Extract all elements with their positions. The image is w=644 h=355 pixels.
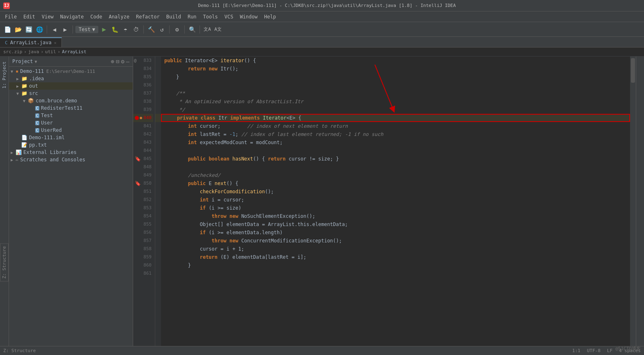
code-editor[interactable]: public Iterator<E> iterator () { return … [161, 57, 630, 346]
line-848: 848 [133, 163, 153, 171]
app-icon: IJ [3, 2, 10, 9]
menu-navigate[interactable]: Navigate [57, 13, 87, 20]
locate-file-button[interactable]: ⊕ [111, 58, 114, 65]
breadcrumb-srczip[interactable]: src.zip [3, 49, 22, 54]
expand-arrow-out: ▶ [16, 84, 21, 88]
java-icon-rt: C [35, 106, 39, 111]
chevron-down-icon: ▼ [92, 27, 95, 32]
tree-label-extlibs: External Libraries [23, 149, 77, 155]
code-line-856: if (i >= elementData.length) [161, 228, 630, 237]
breadcrumb-java[interactable]: java [28, 49, 39, 54]
menu-vcs[interactable]: VCS [221, 13, 237, 20]
close-panel-button[interactable]: — [126, 58, 129, 65]
right-sidebar [636, 57, 644, 346]
tree-item-extlibs[interactable]: ▶ 📊 External Libraries [9, 149, 133, 156]
expand-arrow-idea: ▶ [16, 77, 21, 81]
tree-item-userred[interactable]: C UserRed [9, 127, 133, 134]
tree-item-idea[interactable]: ▶ 📁 .idea [9, 75, 133, 82]
z-structure-label[interactable]: Z: Structure [0, 243, 9, 281]
profile-button[interactable]: ⏱ [131, 25, 141, 34]
tree-item-src[interactable]: ▼ 📁 src [9, 90, 133, 97]
rebuild-button[interactable]: ↺ [157, 25, 167, 34]
separator1 [47, 25, 47, 34]
code-line-861 [161, 269, 630, 278]
separator5 [184, 25, 185, 34]
tree-item-package[interactable]: ▼ 📦 com.bruce.demo [9, 97, 133, 104]
code-line-839: */ [161, 106, 630, 114]
new-file-button[interactable]: 📄 [2, 25, 12, 34]
menu-tools[interactable]: Tools [200, 13, 221, 20]
sync-button[interactable]: 🔄 [24, 25, 34, 34]
code-line-858: cursor = i + 1; [161, 245, 630, 253]
settings-button[interactable]: ⚙ [172, 25, 182, 34]
open-button[interactable]: 📂 [13, 25, 23, 34]
line-854: 854 [133, 212, 153, 220]
menu-refactor[interactable]: Refactor [133, 13, 163, 20]
status-z-structure[interactable]: Z: Structure [3, 348, 36, 353]
settings-button[interactable]: ⚙ [121, 58, 124, 65]
tree-item-iml[interactable]: 📄 Demo-111.iml [9, 134, 133, 141]
line-845: 🔖 845 [133, 155, 153, 163]
sidebar-tab-project[interactable]: 1: Project [1, 58, 8, 92]
folder-icon-idea: 📁 [21, 76, 27, 81]
separator4 [169, 25, 170, 34]
debug-button[interactable]: 🐛 [110, 25, 120, 34]
menu-run[interactable]: Run [184, 13, 200, 20]
tree-label-iml: Demo-111.iml [29, 135, 65, 140]
bookmark-icon-845: 🔖 [135, 155, 141, 163]
tree-item-out[interactable]: ▶ 📁 out [9, 82, 133, 90]
menu-code[interactable]: Code [87, 13, 106, 20]
menu-view[interactable]: View [39, 13, 57, 20]
scrollbar[interactable] [630, 57, 636, 346]
coverage-button[interactable]: ☂ [120, 25, 130, 34]
tree-item-pptxt[interactable]: 📝 pp.txt [9, 141, 133, 149]
line-837: 837 [133, 89, 153, 97]
collapse-all-button[interactable]: ⊟ [116, 58, 119, 65]
menu-build[interactable]: Build [163, 13, 184, 20]
run-button[interactable]: ▶ [99, 25, 109, 34]
tree-label-scratches: Scratches and Consoles [20, 157, 85, 163]
tab-arraylist[interactable]: C ArrayList.java ✕ [0, 37, 62, 47]
line-860: 860 [133, 261, 153, 269]
translate2-button[interactable]: A文 [213, 25, 223, 34]
menu-analyze[interactable]: Analyze [105, 13, 133, 20]
menu-window[interactable]: Window [236, 13, 261, 20]
menu-edit[interactable]: Edit [20, 13, 39, 20]
tree-item-user[interactable]: C User [9, 119, 133, 127]
iml-icon: 📄 [21, 135, 27, 140]
java-icon-test: C [35, 113, 39, 118]
menu-file[interactable]: File [2, 13, 20, 20]
forward-button[interactable]: ▶ [60, 25, 70, 34]
browser-button[interactable]: 🌐 [34, 25, 44, 34]
tree-label-test: Test [41, 113, 53, 118]
scratches-icon: ✏ [16, 157, 18, 163]
line-852: 852 [133, 196, 153, 204]
line-850: 🔖 850 [133, 179, 153, 188]
translate1-button[interactable]: 文A [202, 25, 212, 34]
menu-help[interactable]: Help [261, 13, 279, 20]
search-button[interactable]: 🔍 [187, 25, 197, 34]
package-icon: 📦 [28, 98, 34, 104]
line-836: 836 [133, 81, 153, 89]
main-content: 1: Project Project ▼ ⊕ ⊟ ⚙ — ▼ ▪ Demo-11… [0, 57, 644, 346]
line-number-gutter: @ 833 834 835 836 837 838 839 ● 840 841 … [133, 57, 155, 346]
line-844: 844 [133, 147, 153, 155]
code-line-834: return new Itr (); [161, 65, 630, 73]
tree-item-demo111[interactable]: ▼ ▪ Demo-111 E:\Server\Demo-111 [9, 68, 133, 75]
tree-item-scratches[interactable]: ▶ ✏ Scratches and Consoles [9, 156, 133, 163]
tree-label-demo111: Demo-111 [20, 68, 44, 74]
tree-item-test[interactable]: C Test [9, 112, 133, 119]
tree-item-redistertest11[interactable]: C RedisterTest11 [9, 104, 133, 112]
project-panel-header: Project ▼ ⊕ ⊟ ⚙ — [9, 57, 133, 67]
run-config-selector[interactable]: Test ▼ [75, 26, 98, 33]
back-button[interactable]: ◀ [50, 25, 59, 34]
code-line-842: int lastRet = -1 ; // index of last elem… [161, 130, 630, 138]
module-icon: ▪ [16, 68, 18, 74]
breadcrumb-arraylist[interactable]: ArrayList [62, 49, 86, 54]
tab-close-button[interactable]: ✕ [54, 41, 57, 45]
tree-label-pptxt: pp.txt [29, 142, 47, 148]
build-button[interactable]: 🔨 [146, 25, 156, 34]
code-line-848 [161, 163, 630, 171]
bookmark-icon-850: 🔖 [135, 179, 141, 188]
breadcrumb-util[interactable]: util [45, 49, 56, 54]
